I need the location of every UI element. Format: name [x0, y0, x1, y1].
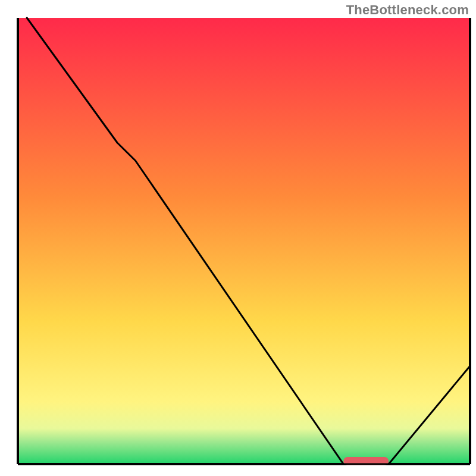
gradient-background [18, 18, 470, 464]
chart-svg [0, 0, 476, 476]
chart-container: TheBottleneck.com [0, 0, 476, 476]
